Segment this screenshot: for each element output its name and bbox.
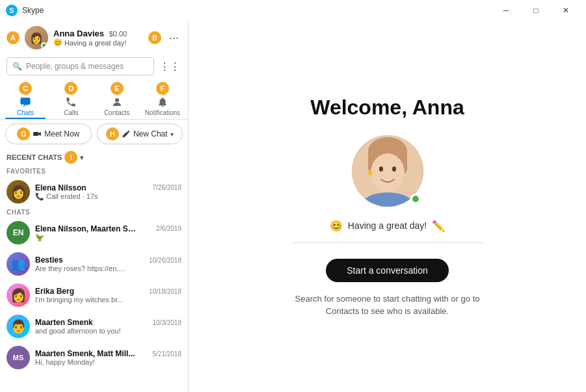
badge-g: G xyxy=(17,127,30,140)
chat-content: Maarten Smenk 10/3/2018 and good afterno… xyxy=(35,318,181,335)
chat-date: 10/3/2018 xyxy=(153,319,182,326)
list-item[interactable]: MS Maarten Smenk, Matt Mill... 5/21/2018… xyxy=(0,342,188,373)
list-item[interactable]: 👨 Maarten Smenk 10/3/2018 and good after… xyxy=(0,311,188,342)
tab-chats[interactable]: C Chats xyxy=(3,78,48,119)
svg-point-10 xyxy=(379,166,383,172)
search-box[interactable]: 🔍 People, groups & messages xyxy=(7,57,154,75)
tab-calls-label: Calls xyxy=(64,109,78,116)
new-chat-dropdown-icon[interactable]: ▾ xyxy=(170,131,174,138)
search-icon: 🔍 xyxy=(12,62,22,71)
contacts-icon xyxy=(111,96,123,108)
status-emoji: 😊 xyxy=(330,220,343,232)
welcome-status-dot xyxy=(410,194,421,204)
svg-point-12 xyxy=(367,170,373,176)
maximize-button[interactable]: □ xyxy=(521,0,551,21)
main-panel: Welcome, Anna xyxy=(189,21,586,392)
list-item[interactable]: EN Elena Nilsson, Maarten Sm... 2/6/2019… xyxy=(0,217,188,248)
badge-b: B xyxy=(148,31,161,44)
svg-rect-2 xyxy=(21,98,31,105)
nav-tabs: C Chats D Calls E Contacts F Notificatio… xyxy=(0,78,188,120)
avatar: EN xyxy=(7,221,30,244)
skype-icon: S xyxy=(5,4,18,17)
new-chat-button[interactable]: H New Chat ▾ xyxy=(97,124,183,144)
chat-preview: 🦖 xyxy=(35,233,181,242)
chat-date: 5/21/2018 xyxy=(153,350,182,358)
chat-content: Erika Berg 10/18/2018 I'm bringing my wi… xyxy=(35,287,181,304)
chat-content: Elena Nilsson, Maarten Sm... 2/6/2019 🦖 xyxy=(35,224,181,242)
avatar: MS xyxy=(7,346,30,369)
chat-name: Maarten Smenk xyxy=(35,318,93,327)
app-title: Skype xyxy=(22,6,491,15)
badge-h: H xyxy=(106,127,119,140)
status-message-area: 😊 Having a great day! ✏️ xyxy=(290,220,485,243)
close-button[interactable]: ✕ xyxy=(551,0,581,21)
chat-list: FAVORITES 👩 Elena Nilsson 7/26/2018 📞 Ca… xyxy=(0,166,188,392)
badge-f: F xyxy=(156,82,169,95)
meet-icon xyxy=(33,129,42,138)
profile-name: Anna Davies $0.00 xyxy=(53,29,143,38)
favorites-section-label: FAVORITES xyxy=(0,166,188,176)
profile-area: A 👩 Anna Davies $0.00 😊 Having a great d… xyxy=(0,21,188,55)
chats-icon xyxy=(20,96,31,108)
tab-chats-label: Chats xyxy=(17,109,34,116)
tab-notifications-label: Notifications xyxy=(145,109,180,116)
chat-content: Elena Nilsson 7/26/2018 📞 Call ended · 1… xyxy=(35,183,181,201)
search-area: 🔍 People, groups & messages ⋮⋮ xyxy=(0,55,188,78)
welcome-hint: Search for someone to start chatting wit… xyxy=(284,293,492,318)
tab-contacts-label: Contacts xyxy=(104,109,129,116)
list-item[interactable]: 👩 Elena Nilsson 7/26/2018 📞 Call ended ·… xyxy=(0,176,188,207)
tab-calls[interactable]: D Calls xyxy=(48,78,94,119)
chat-date: 7/26/2018 xyxy=(153,184,182,191)
chat-date: 10/18/2018 xyxy=(149,288,181,295)
start-conversation-button[interactable]: Start a conversation xyxy=(326,259,449,282)
status-indicator xyxy=(41,42,47,49)
svg-point-9 xyxy=(371,153,405,192)
chat-preview: Are they roses? https://en.... xyxy=(35,265,181,272)
chat-name: Elena Nilsson xyxy=(35,183,87,192)
recent-chats-header[interactable]: RECENT CHATS I ▾ xyxy=(0,148,188,166)
edit-icon xyxy=(122,129,131,138)
profile-avatar[interactable]: 👩 xyxy=(25,26,48,49)
status-message-text: Having a great day! xyxy=(348,220,427,231)
tab-notifications[interactable]: F Notifications xyxy=(140,78,185,119)
badge-c: C xyxy=(19,82,32,95)
avatar: 👩 xyxy=(7,180,30,203)
svg-rect-4 xyxy=(33,132,38,136)
tab-contacts[interactable]: E Contacts xyxy=(94,78,140,119)
chat-date: 2/6/2019 xyxy=(156,225,181,232)
list-item[interactable]: 👥 Besties 10/26/2018 Are they roses? htt… xyxy=(0,248,188,280)
chat-preview: I'm bringing my witches br... xyxy=(35,296,181,304)
chat-name: Elena Nilsson, Maarten Sm... xyxy=(35,224,139,233)
welcome-avatar-container xyxy=(352,135,423,207)
sidebar: A 👩 Anna Davies $0.00 😊 Having a great d… xyxy=(0,21,189,392)
badge-i: I xyxy=(64,151,77,164)
svg-text:S: S xyxy=(9,7,14,14)
chat-content: Maarten Smenk, Matt Mill... 5/21/2018 Hi… xyxy=(35,349,181,366)
profile-info: Anna Davies $0.00 😊 Having a great day! xyxy=(53,29,143,47)
chat-name: Besties xyxy=(35,255,63,265)
chat-name: Erika Berg xyxy=(35,287,74,296)
edit-status-button[interactable]: ✏️ xyxy=(432,220,445,232)
action-buttons: G Meet Now H New Chat ▾ xyxy=(0,120,188,148)
grid-view-button[interactable]: ⋮⋮ xyxy=(158,59,181,74)
window-controls: ─ □ ✕ xyxy=(491,0,581,21)
badge-e: E xyxy=(111,82,124,95)
svg-point-11 xyxy=(392,166,396,172)
svg-point-3 xyxy=(115,98,119,102)
more-options-button[interactable]: ··· xyxy=(166,29,181,47)
title-bar: S Skype ─ □ ✕ xyxy=(0,0,586,21)
chat-name: Maarten Smenk, Matt Mill... xyxy=(35,349,135,358)
meet-now-button[interactable]: G Meet Now xyxy=(5,124,92,144)
app-body: A 👩 Anna Davies $0.00 😊 Having a great d… xyxy=(0,21,586,392)
search-placeholder: People, groups & messages xyxy=(26,62,124,71)
chat-preview: and good afternoon to you! xyxy=(35,327,181,335)
avatar: 👩 xyxy=(7,283,30,307)
welcome-title: Welcome, Anna xyxy=(310,96,464,120)
notifications-icon xyxy=(157,96,168,108)
badge-d: D xyxy=(64,82,77,95)
list-item[interactable]: 👩 Erika Berg 10/18/2018 I'm bringing my … xyxy=(0,280,188,311)
minimize-button[interactable]: ─ xyxy=(491,0,521,21)
avatar: 👥 xyxy=(7,252,30,276)
calls-icon xyxy=(65,96,77,108)
chat-preview: Hi, happy Monday! xyxy=(35,358,181,366)
